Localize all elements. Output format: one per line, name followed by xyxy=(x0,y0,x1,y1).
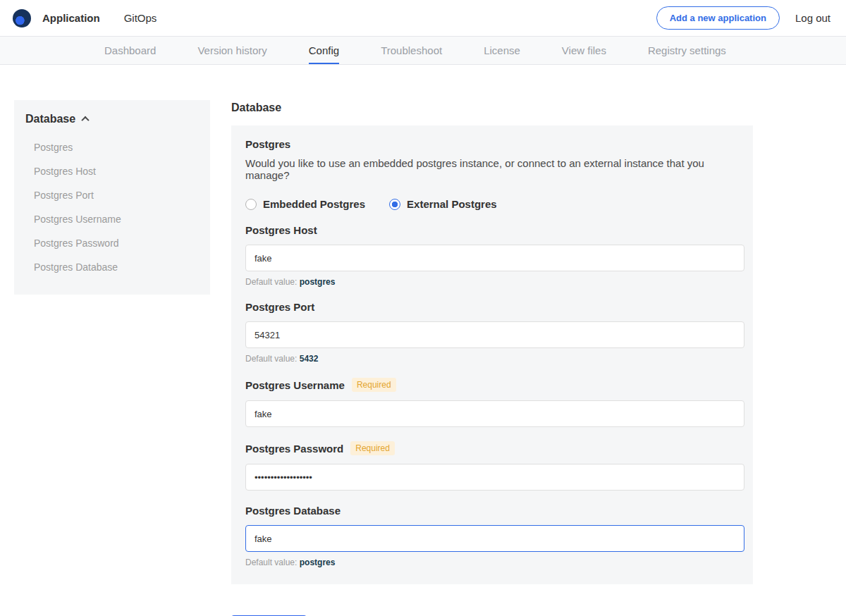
external-postgres-radio[interactable] xyxy=(389,199,400,210)
config-main: Database Postgres Would you like to use … xyxy=(231,100,753,616)
postgres-database-input[interactable] xyxy=(245,525,744,552)
chevron-up-icon xyxy=(81,116,89,124)
header-tab-application[interactable]: Application xyxy=(41,8,102,28)
default-value-hint: Default value: postgres xyxy=(245,277,744,287)
sidebar-item-postgres-password[interactable]: Postgres Password xyxy=(25,231,199,255)
default-value-hint: Default value: 5432 xyxy=(245,354,744,364)
sidebar-group-database[interactable]: Database xyxy=(25,113,199,125)
content-area: Database Postgres Postgres Host Postgres… xyxy=(0,65,846,616)
radio-option-external[interactable]: External Postgres xyxy=(389,198,497,210)
required-badge: Required xyxy=(350,441,395,455)
field-postgres-username: Postgres Username Required xyxy=(245,378,744,427)
postgres-type-radio-group: Embedded Postgres External Postgres xyxy=(245,198,744,210)
postgres-port-input[interactable] xyxy=(245,321,744,348)
default-prefix: Default value: xyxy=(245,277,297,287)
logout-link[interactable]: Log out xyxy=(795,12,835,24)
field-label: Postgres Host xyxy=(245,224,317,236)
field-postgres-host: Postgres Host Default value: postgres xyxy=(245,224,744,287)
radio-option-embedded[interactable]: Embedded Postgres xyxy=(245,198,365,210)
subnav-tab-view-files[interactable]: View files xyxy=(562,37,606,64)
field-label: Postgres Username xyxy=(245,379,345,391)
field-postgres-port: Postgres Port Default value: 5432 xyxy=(245,301,744,364)
subnav-tab-config[interactable]: Config xyxy=(309,37,339,64)
header-tab-gitops[interactable]: GitOps xyxy=(123,8,159,28)
sidebar-group-label: Database xyxy=(25,113,75,125)
field-label: Postgres Database xyxy=(245,505,341,517)
required-badge: Required xyxy=(352,378,396,392)
default-value-hint: Default value: postgres xyxy=(245,558,744,567)
postgres-username-input[interactable] xyxy=(245,400,744,427)
postgres-host-input[interactable] xyxy=(245,245,744,271)
field-label: Postgres Port xyxy=(245,301,314,313)
sidebar-item-postgres-host[interactable]: Postgres Host xyxy=(25,159,199,183)
radio-label-embedded: Embedded Postgres xyxy=(263,198,365,210)
subnav-tab-dashboard[interactable]: Dashboard xyxy=(104,37,156,64)
default-prefix: Default value: xyxy=(245,354,297,364)
app-logo-icon xyxy=(13,9,31,27)
section-label: Postgres xyxy=(245,138,744,150)
default-value: 5432 xyxy=(300,354,319,364)
embedded-postgres-radio[interactable] xyxy=(245,199,257,210)
sidebar-item-postgres-database[interactable]: Postgres Database xyxy=(25,255,199,279)
section-help-text: Would you like to use an embedded postgr… xyxy=(245,157,744,181)
subnav-tab-version-history[interactable]: Version history xyxy=(197,37,266,64)
subnav-tab-troubleshoot[interactable]: Troubleshoot xyxy=(381,37,442,64)
sidebar-item-postgres-port[interactable]: Postgres Port xyxy=(25,183,199,207)
add-new-application-button[interactable]: Add a new application xyxy=(656,6,780,30)
subnav-tab-license[interactable]: License xyxy=(484,37,520,64)
page-title: Database xyxy=(231,101,753,114)
postgres-password-input[interactable] xyxy=(245,464,744,491)
config-group-card: Postgres Would you like to use an embedd… xyxy=(231,125,753,584)
sidebar-item-postgres[interactable]: Postgres xyxy=(25,135,199,159)
config-sidebar: Database Postgres Postgres Host Postgres… xyxy=(14,100,210,295)
field-postgres-password: Postgres Password Required xyxy=(245,441,744,491)
radio-label-external: External Postgres xyxy=(407,198,497,210)
field-postgres-database: Postgres Database Default value: postgre… xyxy=(245,505,744,567)
default-value: postgres xyxy=(300,277,336,287)
field-label: Postgres Password xyxy=(245,443,343,455)
default-value: postgres xyxy=(300,558,336,567)
app-subnav: Dashboard Version history Config Trouble… xyxy=(0,37,846,65)
header-right: Add a new application Log out xyxy=(656,6,835,30)
default-prefix: Default value: xyxy=(245,558,297,567)
top-header: Application GitOps Add a new application… xyxy=(0,0,846,37)
subnav-tab-registry-settings[interactable]: Registry settings xyxy=(648,37,726,64)
header-tabs: Application GitOps xyxy=(41,8,158,28)
sidebar-item-postgres-username[interactable]: Postgres Username xyxy=(25,207,199,231)
